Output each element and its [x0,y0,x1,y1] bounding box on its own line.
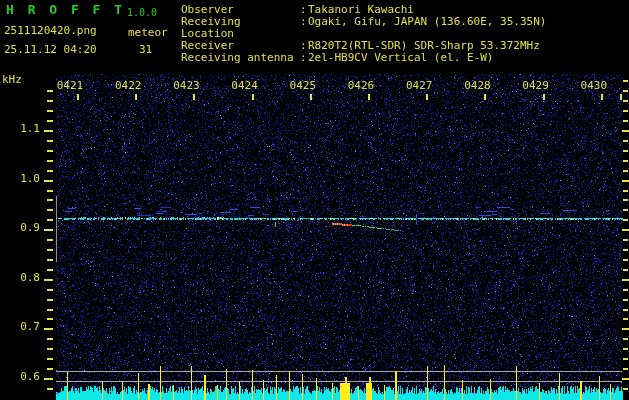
hrofft-window: H R O F F T 1.0.0 2511120420.png meteor … [0,0,629,400]
station-info-block: Observer:Takanori KawachiReceiving Locat… [181,4,546,64]
freq-tick-label-0.6: 0.6 [0,371,40,383]
time-tick-label-0427: 0427 [406,80,433,92]
app-version: 1.0.0 [127,7,157,19]
freq-tick-label-1.1: 1.1 [0,123,40,135]
time-tick-label-0421: 0421 [57,80,84,92]
info-row-receiving-location: Receiving Location:Ogaki, Gifu, JAPAN (1… [181,16,546,40]
info-separator: : [300,52,308,64]
time-tick-label-0428: 0428 [464,80,491,92]
time-tick-label-0429: 0429 [522,80,549,92]
time-tick-label-0423: 0423 [173,80,200,92]
info-label: Receiving antenna [181,52,300,64]
echo-count: 31 [139,44,152,56]
freq-tick-label-0.7: 0.7 [0,321,40,333]
freq-tick-label-1.0: 1.0 [0,173,40,185]
app-title: H R O F F T [6,4,125,16]
info-value: Ogaki, Gifu, JAPAN (136.60E, 35.35N) [308,16,546,40]
freq-tick-label-0.8: 0.8 [0,272,40,284]
freq-axis-unit-label: kHz [2,74,22,86]
time-tick-label-0430: 0430 [581,80,608,92]
mode-label: meteor [128,27,168,39]
info-separator: : [300,16,308,40]
info-value: 2el-HB9CV Vertical (el. E-W) [308,52,493,64]
info-row-receiving-antenna: Receiving antenna:2el-HB9CV Vertical (el… [181,52,546,64]
time-tick-label-0425: 0425 [290,80,317,92]
datetime-label: 25.11.12 04:20 [4,44,97,56]
time-tick-label-0422: 0422 [115,80,142,92]
time-tick-label-0424: 0424 [231,80,258,92]
output-filename: 2511120420.png [4,25,97,37]
time-tick-label-0426: 0426 [348,80,375,92]
info-label: Receiving Location [181,16,300,40]
freq-tick-label-0.9: 0.9 [0,222,40,234]
